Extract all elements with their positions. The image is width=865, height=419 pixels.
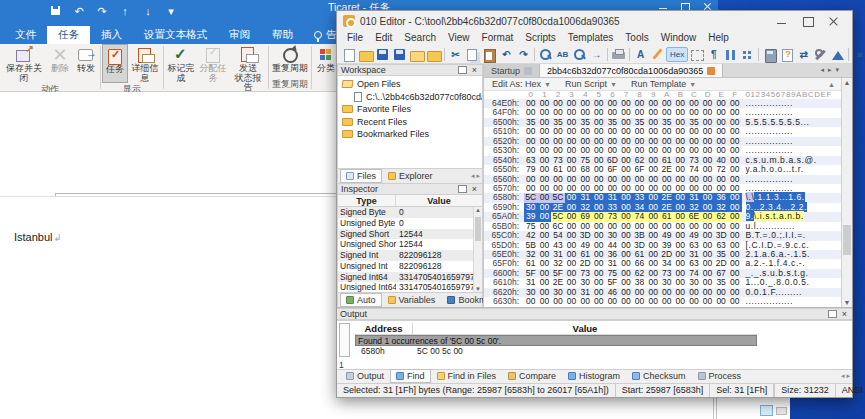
tree-item[interactable]: C:\..\2bb4c6b32d077c0f80cda1006da [338,91,482,104]
replace-icon[interactable]: AB [554,47,571,62]
select-range-icon[interactable] [688,47,705,62]
print-icon[interactable] [610,47,627,62]
find-icon[interactable] [537,47,554,62]
ribbon-button[interactable]: 转发 [73,44,99,83]
ribbon-button[interactable]: 删除 [47,44,73,83]
ribbon-button[interactable]: 发送 状态报告 [229,44,267,93]
tab-files[interactable]: Files [340,169,382,183]
new-file-icon[interactable] [340,47,357,62]
ribbon-button[interactable]: 任务 [102,44,128,83]
font-icon[interactable]: A [632,47,649,62]
menu-help[interactable]: Help [702,31,735,45]
show-whitespace-icon[interactable]: ¶ [705,47,722,62]
calculator-icon[interactable] [761,47,778,62]
ribbon-tab-文件[interactable]: 文件 [4,26,47,44]
ribbon-button[interactable]: 重复周期 [270,44,310,78]
menu-search[interactable]: Search [398,31,442,45]
scroll-up-icon[interactable]: ▲ [842,79,852,86]
inspector-row[interactable]: Unsigned Short12544 [338,239,482,250]
close-panel-icon[interactable]: × [470,184,479,194]
help-doc-icon[interactable] [778,47,795,62]
edit-as-dropdown[interactable]: Edit As: Hex▼ [492,79,551,89]
color-pen-icon[interactable] [649,47,666,62]
menu-format[interactable]: Format [476,31,520,45]
menu-templates[interactable]: Templates [562,31,620,45]
ribbon-button[interactable]: 分配任务 [197,44,229,93]
view-mode-button[interactable] [760,405,773,416]
output-result-row[interactable]: 6580h5C 00 5c 00 [355,346,757,356]
inspector-scrollbar[interactable]: ▲▼ [473,207,482,292]
recent-files-icon[interactable] [425,47,442,62]
hex-vertical-scrollbar[interactable]: ▲ ▼ [841,78,852,307]
inspector-row[interactable]: Signed Int643314705401659797760 [338,272,482,283]
menu-file[interactable]: File [341,31,369,45]
ribbon-button[interactable]: 详细信息 [128,44,162,83]
scroll-down-icon[interactable]: ▼ [474,286,482,292]
goto-icon[interactable]: → [588,47,605,62]
menu-window[interactable]: Window [655,31,703,45]
maximize-button[interactable] [800,15,816,27]
tab-histogram[interactable]: Histogram [562,369,626,383]
ribbon-tab-插入[interactable]: 插入 [90,26,133,44]
save-icon[interactable] [374,47,391,62]
tree-item[interactable]: Favorite Files [338,103,482,116]
minimize-button[interactable] [774,15,790,27]
tree-item[interactable]: Bookmarked Files [338,128,482,141]
view-mode-button[interactable] [776,407,787,415]
ribbon-tab-帮助[interactable]: 帮助 [261,26,304,44]
hex-grid[interactable]: 64E0h:00000000000000000000000000000000..… [484,99,841,307]
ribbon-button[interactable]: 标记完成 [165,44,197,93]
menu-edit[interactable]: Edit [369,31,398,45]
ribbon-tab-任务[interactable]: 任务 [47,26,90,44]
tools-icon[interactable] [812,47,829,62]
sync-icon[interactable]: ⇄ [795,47,812,62]
histogram-icon[interactable] [829,47,846,62]
tab-nav-arrows[interactable]: ◂ ▸ [471,169,482,183]
open-file-icon[interactable] [357,47,374,62]
ribbon-tab-审阅[interactable]: 审阅 [218,26,261,44]
paste-icon[interactable] [481,47,498,62]
inspector-row[interactable]: Signed Short12544 [338,229,482,240]
tab-find[interactable]: Find [390,369,431,383]
tab-process[interactable]: Process [692,369,748,383]
undo-icon[interactable]: ↶ [498,47,515,62]
inspector-row[interactable]: Signed Byte0 [338,207,482,218]
inspector-row[interactable]: Unsigned Byte0 [338,218,482,229]
tab-nav-arrows[interactable]: ◂ ▸ [841,369,852,383]
inspector-row[interactable]: Unsigned Int643314705401659797760 [338,282,482,293]
find-in-files-icon[interactable] [571,47,588,62]
tab-checksum[interactable]: Checksum [626,369,692,383]
scroll-down-icon[interactable]: ▼ [842,299,852,306]
ribbon-tab-设置文本格式[interactable]: 设置文本格式 [133,26,218,44]
output-scroll-box[interactable] [339,323,350,357]
tab-output[interactable]: Output [340,369,390,383]
column-mode-icon[interactable] [722,47,739,62]
document-tab[interactable]: 2bb4c6b32d077c0f80cda1006da90365 [540,64,723,77]
tab-compare[interactable]: Compare [502,369,562,383]
menu-tools[interactable]: Tools [619,31,654,45]
run-script-dropdown[interactable]: Run Script▼ [565,79,617,89]
tab-explorer[interactable]: Explorer [382,169,439,183]
toolbar-overflow-icon[interactable]: » [851,47,865,62]
ribbon-button[interactable]: 保存并关闭 [1,44,47,83]
tab-scroll-arrows[interactable]: ◂▸▾ [820,66,839,74]
float-panel-icon[interactable] [458,185,467,193]
tree-item[interactable]: Recent Files [338,116,482,129]
cut-icon[interactable]: ✂ [447,47,464,62]
menu-view[interactable]: View [442,31,476,45]
tree-item[interactable]: Open Files [338,78,482,91]
hex-mode-toggle[interactable]: Hex [666,47,688,62]
byte-grouping-icon[interactable] [739,47,756,62]
close-button[interactable] [826,15,842,27]
collapse-bar-icon[interactable]: ▲ [828,81,835,88]
output-found-message[interactable]: Found 1 occurrences of '5C 00 5c 00'. [355,335,757,346]
menu-scripts[interactable]: Scripts [519,31,562,45]
close-panel-icon[interactable]: × [470,65,479,75]
tab-auto[interactable]: Auto [340,293,382,307]
float-panel-icon[interactable] [458,66,467,74]
run-template-dropdown[interactable]: Run Template▼ [631,79,696,89]
inspector-row[interactable]: Signed Int822096128 [338,250,482,261]
close-panel-icon[interactable]: × [840,309,849,319]
redo-icon[interactable]: ↷ [515,47,532,62]
scrollbar-thumb[interactable] [843,225,851,255]
